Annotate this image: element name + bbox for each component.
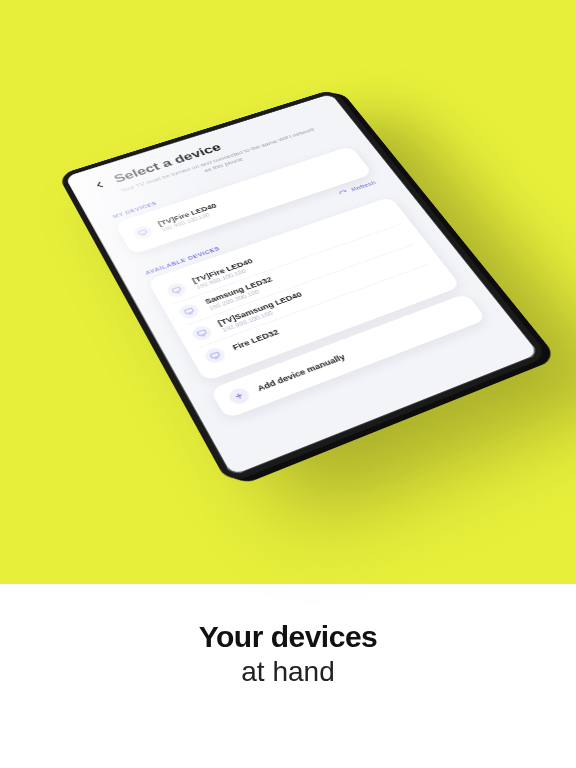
tv-icon — [202, 345, 227, 365]
plus-icon: + — [226, 386, 252, 407]
svg-rect-0 — [138, 229, 147, 234]
marketing-tagline: Your devices at hand — [0, 620, 576, 688]
svg-rect-1 — [172, 287, 181, 293]
svg-rect-2 — [184, 308, 193, 314]
tv-icon — [177, 302, 201, 321]
tv-icon — [131, 224, 154, 241]
add-device-label: Add device manually — [255, 352, 346, 392]
back-icon[interactable] — [91, 179, 108, 191]
device-name: Fire LED32 — [231, 328, 280, 352]
tv-icon — [189, 323, 214, 342]
refresh-label: Refresh — [350, 179, 377, 192]
tablet-screen: Select a device Your TV must be turned o… — [58, 89, 549, 485]
tv-icon — [164, 281, 188, 299]
tagline-line2: at hand — [0, 656, 576, 688]
svg-rect-4 — [210, 352, 219, 358]
promo-stage: Select a device Your TV must be turned o… — [0, 0, 576, 768]
tablet-mockup: Select a device Your TV must be turned o… — [58, 89, 549, 485]
refresh-icon — [337, 189, 350, 198]
svg-rect-3 — [197, 329, 206, 335]
tagline-line1: Your devices — [0, 620, 576, 654]
